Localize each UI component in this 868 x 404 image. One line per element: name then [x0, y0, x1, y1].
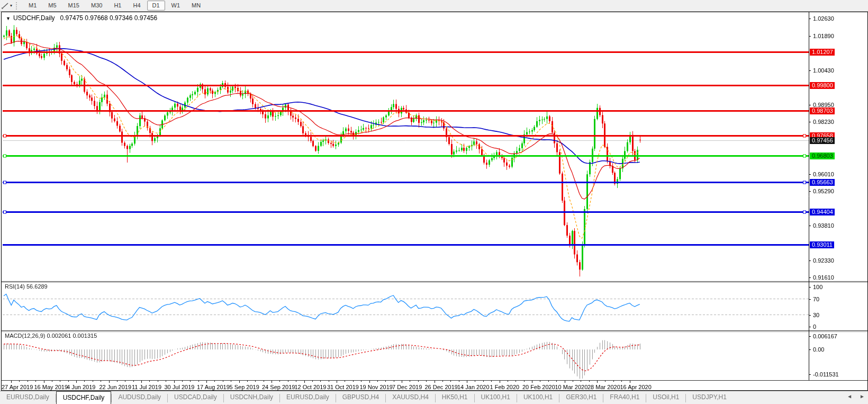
price-level-flag: 0.98703 — [810, 107, 835, 114]
price-tick-label: 0.98230 — [813, 119, 834, 125]
tab-uk100-h1[interactable]: UK100,H1 — [517, 391, 559, 404]
date-tick-label: 11 Jul 2019 — [132, 384, 161, 390]
price-level-flag: 0.95663 — [810, 179, 835, 186]
rsi-name: RSI(14) — [5, 283, 25, 290]
tab-scroll-right-icon[interactable]: ► — [860, 393, 865, 399]
rsi-indicator-label: RSI(14) 56.6289 — [5, 283, 48, 290]
rsi-tick-label: 100 — [813, 284, 822, 291]
date-tick-label: 30 Jul 2019 — [165, 384, 195, 390]
date-tick-label: 24 Sep 2019 — [262, 384, 295, 390]
ohlc-close: 0.97456 — [134, 14, 157, 22]
price-tick-label: 1.00430 — [813, 67, 834, 74]
rsi-tick-label: 0 — [813, 324, 816, 330]
timeframe-button-h4[interactable]: H4 — [128, 1, 146, 11]
tab-gbpusd-h4[interactable]: GBPUSD,H4 — [336, 391, 385, 404]
tab-scroll-arrows: ◄ ► — [847, 393, 865, 399]
symbol-tab-bar: EURUSD,DailyUSDCHF,DailyAUDUSD,DailyUSDC… — [0, 391, 868, 404]
macd-tick-label: 0.00 — [813, 346, 824, 353]
date-tick-label: 1 Feb 2020 — [490, 384, 520, 390]
tab-hk50-h1[interactable]: HK50,H1 — [436, 391, 474, 404]
date-tick-label: 31 Oct 2019 — [327, 384, 359, 390]
macd-tick-label: -0.011531 — [813, 371, 839, 378]
timeframe-buttons: M1M5M15M30H1H4D1W1MN — [23, 1, 206, 11]
rsi-value: 56.6289 — [26, 283, 48, 290]
price-level-flag: 0.96803 — [810, 152, 835, 159]
price-level-flag: 0.93011 — [810, 241, 834, 248]
tab-usdchf-daily[interactable]: USDCHF,Daily — [56, 391, 112, 404]
date-tick-label: 12 Oct 2019 — [295, 384, 327, 390]
tab-eurusd-daily[interactable]: EURUSD,Daily — [0, 391, 56, 404]
tab-fra40-h1[interactable]: FRA40,H1 — [603, 391, 646, 404]
rsi-tick-label: 30 — [813, 312, 819, 319]
date-tick-label: 27 Apr 2019 — [2, 384, 33, 390]
timeframe-button-m1[interactable]: M1 — [23, 1, 42, 11]
date-tick-label: 10 Mar 2020 — [555, 384, 588, 390]
tab-audusd-daily[interactable]: AUDUSD,Daily — [112, 391, 167, 404]
macd-tick-label: 0.006167 — [813, 333, 837, 340]
date-tick-label: 28 Mar 2020 — [587, 384, 620, 390]
current-price-flag: 0.97456 — [810, 137, 835, 144]
date-tick-label: 4 Jun 2019 — [67, 384, 95, 390]
macd-value-signal: 0.001315 — [73, 333, 97, 339]
tab-eurusd-daily[interactable]: EURUSD,Daily — [280, 391, 336, 404]
timeframe-button-mn[interactable]: MN — [186, 1, 206, 11]
chart-title: ▼USDCHF,Daily0.97475 0.97668 0.97346 0.9… — [6, 14, 157, 22]
macd-name: MACD(12,26,9) — [5, 333, 45, 339]
ohlc-low: 0.97346 — [110, 14, 132, 22]
chart-collapse-icon[interactable]: ▼ — [6, 16, 11, 21]
date-tick-label: 7 Dec 2019 — [392, 384, 422, 390]
date-tick-label: 22 Jun 2019 — [100, 384, 132, 390]
ohlc-high: 0.97668 — [85, 14, 107, 22]
date-tick-label: 26 Dec 2019 — [425, 384, 458, 390]
macd-value-main: 0.002061 — [47, 333, 71, 339]
trendline-tool-icon[interactable] — [1, 2, 10, 10]
timeframe-button-h1[interactable]: H1 — [108, 1, 126, 11]
tab-usdjpy-h1[interactable]: USDJPY,H1 — [686, 391, 733, 404]
price-tick-label: 0.96010 — [813, 171, 834, 178]
macd-indicator-label: MACD(12,26,9) 0.002061 0.001315 — [5, 333, 97, 339]
timeframe-button-w1[interactable]: W1 — [166, 1, 186, 11]
price-tick-label: 0.91610 — [813, 274, 834, 281]
rsi-tick-label: 70 — [813, 296, 819, 303]
date-tick-label: 20 Feb 2020 — [522, 384, 555, 390]
price-tick-label: 0.93810 — [813, 222, 834, 229]
price-tick-label: 0.92330 — [813, 257, 834, 264]
tab-usdcnh-daily[interactable]: USDCNH,Daily — [224, 391, 279, 404]
date-tick-label: 19 Nov 2019 — [360, 384, 393, 390]
top-toolbar: ▾ M1M5M15M30H1H4D1W1MN — [0, 0, 868, 12]
price-tick-label: 1.01890 — [813, 33, 834, 40]
price-tick-label: 1.02630 — [813, 15, 834, 22]
date-tick-label: 17 Aug 2019 — [197, 384, 230, 390]
price-level-flag: 0.94404 — [810, 209, 835, 216]
date-tick-label: 5 Sep 2019 — [230, 384, 259, 390]
chart-symbol: USDCHF,Daily — [13, 14, 55, 22]
ohlc-open: 0.97475 — [60, 14, 83, 22]
price-level-flag: 0.99800 — [810, 82, 835, 89]
chart-canvas[interactable] — [2, 12, 867, 390]
tab-scroll-left-icon[interactable]: ◄ — [847, 393, 852, 399]
toolbar-grip — [16, 2, 20, 10]
tab-xauusd-h4[interactable]: XAUUSD,H4 — [386, 391, 435, 404]
timeframe-button-m15[interactable]: M15 — [63, 1, 85, 11]
date-tick-label: 16 May 2019 — [34, 384, 68, 390]
date-tick-label: 16 Apr 2020 — [620, 384, 652, 390]
price-level-flag: 1.01207 — [810, 49, 835, 56]
tab-usoil-h1[interactable]: USOil,H1 — [646, 391, 685, 404]
tab-uk100-h1[interactable]: UK100,H1 — [475, 391, 517, 404]
tab-usdcad-daily[interactable]: USDCAD,Daily — [168, 391, 223, 404]
tool-dropdown-icon[interactable]: ▾ — [10, 3, 12, 8]
price-tick-label: 0.95290 — [813, 188, 834, 195]
timeframe-button-m30[interactable]: M30 — [86, 1, 107, 11]
chart-window: ▼USDCHF,Daily0.97475 0.97668 0.97346 0.9… — [1, 12, 868, 391]
tab-ger30-h1[interactable]: GER30,H1 — [559, 391, 603, 404]
timeframe-button-d1[interactable]: D1 — [147, 1, 165, 11]
timeframe-button-m5[interactable]: M5 — [43, 1, 61, 11]
date-tick-label: 14 Jan 2020 — [457, 384, 490, 390]
